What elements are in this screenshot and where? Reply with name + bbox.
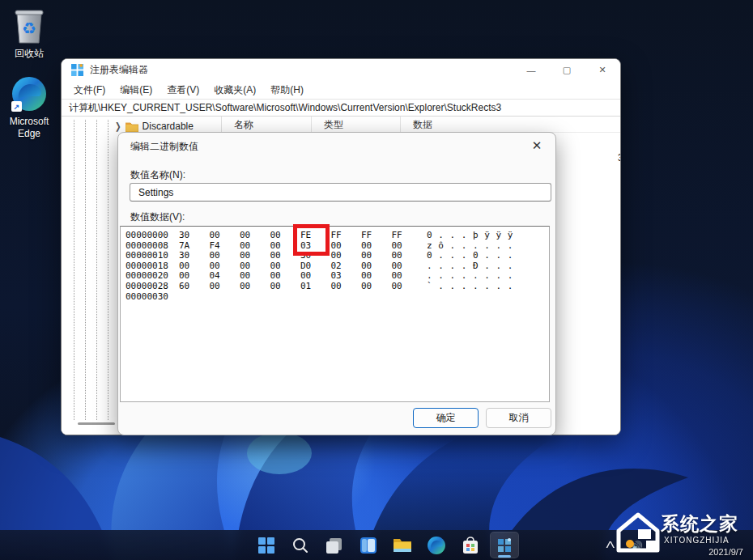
search-icon[interactable] xyxy=(286,532,315,558)
hex-byte[interactable]: 00 xyxy=(392,240,423,251)
hex-byte[interactable]: 00 xyxy=(361,281,392,291)
hex-row[interactable]: 00000030 xyxy=(126,291,549,302)
hex-byte[interactable]: 00 xyxy=(270,281,301,291)
desktop-icon-label: Microsoft Edge xyxy=(4,116,54,140)
list-column-headers: 名称 类型 数据 xyxy=(222,117,620,133)
hex-byte[interactable]: 00 xyxy=(361,270,392,281)
hex-byte[interactable]: 00 xyxy=(240,281,270,291)
regedit-titlebar[interactable]: 注册表编辑器 — ▢ ✕ xyxy=(62,59,620,81)
hex-byte[interactable]: 00 xyxy=(179,261,210,271)
hex-byte[interactable]: 03 xyxy=(331,270,362,281)
hex-row[interactable]: 0000001800000000D0020000. . . . Ð . . . xyxy=(126,261,549,271)
hex-row[interactable]: 000000087AF4000003000000z ô . . . . . . xyxy=(126,240,549,251)
hex-byte[interactable]: 00 xyxy=(210,250,240,261)
menu-item-3[interactable]: 收藏夹(A) xyxy=(206,82,263,99)
minimize-button[interactable]: — xyxy=(513,59,549,81)
menu-item-0[interactable]: 文件(F) xyxy=(66,82,113,99)
tree-indent-guide xyxy=(96,120,97,420)
edit-binary-value-dialog: 编辑二进制数值 ✕ 数值名称(N): Settings 数值数据(V): 000… xyxy=(117,132,556,435)
hex-byte[interactable]: 00 xyxy=(240,261,270,271)
taskbar: ᐱ 🔊 2021/9/7 xyxy=(0,530,753,560)
column-header-data[interactable]: 数据 xyxy=(400,117,620,132)
tree-indent-guide xyxy=(74,120,74,420)
hex-byte[interactable]: FF xyxy=(392,230,423,240)
hex-byte[interactable]: 00 xyxy=(240,270,270,281)
regedit-addressbar[interactable]: 计算机\HKEY_CURRENT_USER\Software\Microsoft… xyxy=(62,99,620,117)
speaker-icon[interactable]: 🔊 xyxy=(631,541,643,552)
hex-byte[interactable]: 30 xyxy=(179,250,210,261)
hex-byte[interactable]: 04 xyxy=(210,270,240,281)
hex-byte[interactable]: 00 xyxy=(392,270,423,281)
widgets-icon[interactable] xyxy=(354,532,383,558)
hex-row[interactable]: 000000286000000001000000` . . . . . . . xyxy=(126,281,549,291)
maximize-button[interactable]: ▢ xyxy=(549,59,585,81)
hex-row[interactable]: 000000200004000000030000. . . . . . . . xyxy=(126,270,549,281)
start-icon[interactable] xyxy=(252,532,281,558)
tray-clock[interactable]: 2021/9/7 xyxy=(708,547,743,558)
desktop-icon-recycle-bin[interactable]: ♻ 回收站 xyxy=(0,6,58,60)
registry-path: 计算机\HKEY_CURRENT_USER\Software\Microsoft… xyxy=(69,101,501,115)
hex-byte[interactable]: 00 xyxy=(331,281,362,291)
hex-byte[interactable]: 30 xyxy=(179,230,210,240)
store-icon[interactable] xyxy=(456,532,485,558)
show-hidden-icons-chevron[interactable]: ᐱ xyxy=(606,540,615,550)
hex-byte[interactable]: 02 xyxy=(331,261,362,271)
dialog-close-icon[interactable]: ✕ xyxy=(529,138,545,154)
column-header-name[interactable]: 名称 xyxy=(222,117,311,132)
hex-byte[interactable]: 01 xyxy=(300,281,331,291)
hex-byte[interactable]: 00 xyxy=(392,281,423,291)
folder-icon xyxy=(126,121,138,132)
hex-byte[interactable]: 00 xyxy=(270,261,301,271)
hex-byte[interactable]: 00 xyxy=(240,240,270,251)
hex-byte[interactable]: 00 xyxy=(240,250,270,261)
hex-byte[interactable]: 00 xyxy=(300,270,331,281)
hex-offset: 00000000 xyxy=(126,230,179,240)
hex-byte[interactable]: 00 xyxy=(392,250,423,261)
recycle-bin-icon: ♻ xyxy=(10,6,49,45)
hex-byte[interactable]: 7A xyxy=(179,240,210,251)
hex-byte[interactable]: FF xyxy=(331,230,362,240)
hex-byte[interactable]: 00 xyxy=(179,270,210,281)
hex-ascii: ` . . . . . . . xyxy=(427,281,513,291)
cancel-button[interactable]: 取消 xyxy=(486,408,551,428)
hex-byte[interactable]: FF xyxy=(361,230,392,240)
hex-byte[interactable]: 00 xyxy=(240,230,270,240)
menu-item-1[interactable]: 编辑(E) xyxy=(113,82,160,99)
chevron-right-icon[interactable]: ❯ xyxy=(115,121,121,132)
edge-icon[interactable] xyxy=(422,532,451,558)
menu-item-4[interactable]: 帮助(H) xyxy=(263,82,311,99)
tree-indent-guide xyxy=(85,120,86,420)
hex-byte[interactable]: 00 xyxy=(361,261,392,271)
desktop-icon-label: 回收站 xyxy=(15,48,44,60)
hex-row[interactable]: 0000001030000000300000000 . . . 0 . . . xyxy=(126,250,549,261)
desktop-icon-edge[interactable]: ↗ Microsoft Edge xyxy=(0,74,58,140)
hex-byte[interactable]: 00 xyxy=(210,261,240,271)
hex-byte[interactable]: 00 xyxy=(210,281,240,291)
hex-byte[interactable]: 00 xyxy=(270,270,301,281)
hex-row[interactable]: 0000000030000000FEFFFFFF0 . . . þ ÿ ÿ ÿ xyxy=(126,230,549,240)
hex-byte[interactable]: 00 xyxy=(361,240,392,251)
value-name-field[interactable]: Settings xyxy=(130,183,551,202)
tree-indent-guide xyxy=(108,120,108,420)
hex-byte[interactable]: 00 xyxy=(210,230,240,240)
menu-item-2[interactable]: 查看(V) xyxy=(160,82,206,99)
task-view-icon[interactable] xyxy=(320,532,349,558)
hex-byte[interactable]: 00 xyxy=(331,250,362,261)
file-explorer-icon[interactable] xyxy=(388,532,417,558)
active-app-indicator xyxy=(498,555,511,558)
hex-byte[interactable]: 00 xyxy=(331,240,362,251)
ok-button[interactable]: 确定 xyxy=(413,408,479,428)
value-name-label: 数值名称(N): xyxy=(130,168,185,182)
horizontal-scrollbar[interactable] xyxy=(78,422,115,425)
hex-byte[interactable]: 60 xyxy=(179,281,210,291)
hex-byte[interactable]: F4 xyxy=(210,240,240,251)
hex-byte[interactable]: D0 xyxy=(300,261,331,271)
hex-byte[interactable]: 00 xyxy=(392,261,423,271)
hex-byte[interactable]: 00 xyxy=(361,250,392,261)
close-button[interactable]: ✕ xyxy=(585,59,620,81)
hex-editor-box[interactable]: 0000000030000000FEFFFFFF0 . . . þ ÿ ÿ ÿ0… xyxy=(120,226,550,402)
hex-offset: 00000008 xyxy=(126,240,179,251)
column-header-type[interactable]: 类型 xyxy=(311,117,400,132)
regedit-icon[interactable] xyxy=(490,532,519,558)
taskbar-right: ᐱ xyxy=(607,540,614,550)
